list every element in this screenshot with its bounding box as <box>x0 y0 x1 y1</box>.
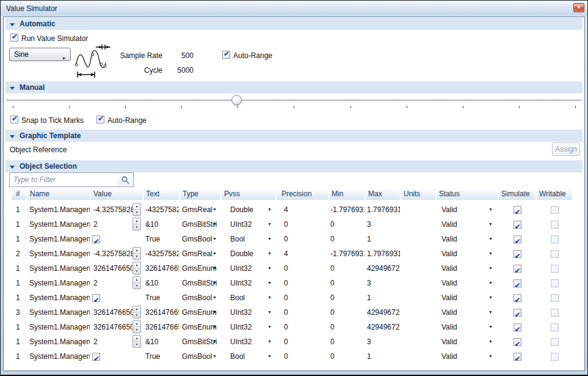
column-header-value[interactable]: Value <box>91 188 142 200</box>
cell-type-combobox[interactable]: GmsBitStri▼ <box>180 334 220 349</box>
column-header-writable[interactable]: Writable <box>537 188 572 200</box>
spinner-up-icon[interactable]: ▲ <box>133 248 140 254</box>
cell-pvss-combobox[interactable]: Bool▼ <box>222 232 275 246</box>
cell-value[interactable]: 2▲▼ <box>91 334 142 349</box>
simulate-checkbox[interactable] <box>514 309 521 317</box>
simulate-checkbox[interactable] <box>514 250 521 258</box>
cell-value[interactable] <box>91 290 142 305</box>
cell-value[interactable] <box>91 232 142 246</box>
simulate-checkbox[interactable] <box>514 338 521 346</box>
cell-type-combobox[interactable]: GmsEnum▼ <box>180 320 220 334</box>
cell-pvss-combobox[interactable]: UInt32▼ <box>222 261 275 276</box>
cell-status-combobox[interactable]: Valid▼ <box>437 217 498 232</box>
search-button[interactable] <box>117 172 134 187</box>
cell-pvss-combobox[interactable]: UInt32▼ <box>222 305 275 320</box>
section-header-graphic-template[interactable]: Graphic Template <box>5 130 583 142</box>
slider-thumb[interactable] <box>231 95 242 105</box>
titlebar[interactable]: Value Simulator <box>1 1 587 16</box>
cell-type-combobox[interactable]: GmsReal▼ <box>180 246 220 261</box>
value-checkbox[interactable] <box>92 235 100 243</box>
writable-checkbox[interactable] <box>551 250 559 258</box>
assign-button[interactable]: Assign <box>552 142 580 156</box>
section-header-manual[interactable]: Manual <box>5 81 583 94</box>
cell-value[interactable]: -4.32575828▲▼ <box>91 246 142 261</box>
section-header-automatic[interactable]: Automatic <box>5 18 583 30</box>
cell-pvss-combobox[interactable]: UInt32▼ <box>222 276 275 290</box>
cell-status-combobox[interactable]: Valid▼ <box>437 232 498 246</box>
cell-pvss-combobox[interactable]: Double▼ <box>222 202 275 217</box>
value-checkbox[interactable] <box>92 294 100 302</box>
spinner-down-icon[interactable]: ▼ <box>133 342 140 347</box>
cell-pvss-combobox[interactable]: Bool▼ <box>222 349 275 364</box>
simulate-checkbox[interactable] <box>514 279 521 287</box>
cell-type-combobox[interactable]: GmsBool▼ <box>180 290 220 305</box>
writable-checkbox[interactable] <box>551 235 559 243</box>
column-header-num[interactable]: # <box>12 188 26 200</box>
spinner-up-icon[interactable]: ▲ <box>133 204 140 210</box>
table-row[interactable]: 1System1.Managen2▲▼&10GmsBitStri▼UInt32▼… <box>12 334 572 349</box>
slider-track[interactable] <box>6 100 582 101</box>
spinner-down-icon[interactable]: ▼ <box>133 283 140 289</box>
auto-range-checkbox-manual[interactable] <box>96 116 104 123</box>
spinner-up-icon[interactable]: ▲ <box>133 321 140 327</box>
run-simulator-checkbox[interactable] <box>10 34 18 42</box>
auto-range-checkbox-automatic[interactable] <box>222 51 230 59</box>
column-header-status[interactable]: Status <box>437 188 498 200</box>
column-header-simulate[interactable]: Simulate <box>499 188 535 200</box>
cell-value[interactable]: 2▲▼ <box>91 276 142 290</box>
cell-status-combobox[interactable]: Valid▼ <box>437 290 498 305</box>
cell-pvss-combobox[interactable]: UInt32▼ <box>222 217 275 232</box>
snap-to-ticks-checkbox[interactable] <box>10 116 18 123</box>
column-header-max[interactable]: Max <box>366 188 400 200</box>
cell-status-combobox[interactable]: Valid▼ <box>437 276 498 290</box>
value-spinner[interactable]: ▲▼ <box>132 247 141 260</box>
spinner-down-icon[interactable]: ▼ <box>133 210 140 215</box>
cell-value[interactable]: 2▲▼ <box>91 217 142 232</box>
cell-type-combobox[interactable]: GmsBool▼ <box>180 232 220 246</box>
table-row[interactable]: 3System1.Managen3261476650▲▼326147665Gms… <box>12 305 572 320</box>
cell-type-combobox[interactable]: GmsBitStri▼ <box>180 276 220 290</box>
value-spinner[interactable]: ▲▼ <box>132 218 141 230</box>
cell-status-combobox[interactable]: Valid▼ <box>437 320 498 334</box>
cell-type-combobox[interactable]: GmsEnum▼ <box>180 261 220 276</box>
value-spinner[interactable]: ▲▼ <box>132 276 141 289</box>
value-spinner[interactable]: ▲▼ <box>132 320 141 333</box>
cell-value[interactable]: 3261476650▲▼ <box>91 320 142 334</box>
table-row[interactable]: 1System1.ManagenTrueGmsBool▼Bool▼001Vali… <box>12 290 572 305</box>
value-spinner[interactable]: ▲▼ <box>132 203 141 216</box>
table-row[interactable]: 1System1.ManagenTrueGmsBool▼Bool▼001Vali… <box>12 232 572 246</box>
writable-checkbox[interactable] <box>551 353 559 361</box>
simulate-checkbox[interactable] <box>514 323 521 331</box>
writable-checkbox[interactable] <box>551 265 559 273</box>
cell-status-combobox[interactable]: Valid▼ <box>437 246 498 261</box>
column-header-type[interactable]: Type <box>180 188 220 200</box>
cell-status-combobox[interactable]: Valid▼ <box>437 202 498 217</box>
table-row[interactable]: 2System1.Managen-4.32575828▲▼-43257582Gm… <box>12 246 572 261</box>
filter-input[interactable] <box>9 172 118 187</box>
cell-status-combobox[interactable]: Valid▼ <box>437 305 498 320</box>
value-spinner[interactable]: ▲▼ <box>132 335 141 348</box>
value-checkbox[interactable] <box>92 353 100 361</box>
cell-type-combobox[interactable]: GmsEnum▼ <box>180 305 220 320</box>
cell-value[interactable]: 3261476650▲▼ <box>91 305 142 320</box>
cell-pvss-combobox[interactable]: Bool▼ <box>222 290 275 305</box>
value-spinner[interactable]: ▲▼ <box>132 306 141 319</box>
writable-checkbox[interactable] <box>551 323 559 331</box>
cell-pvss-combobox[interactable]: UInt32▼ <box>222 320 275 334</box>
table-row[interactable]: 1System1.Managen2▲▼&10GmsBitStri▼UInt32▼… <box>12 217 572 232</box>
spinner-up-icon[interactable]: ▲ <box>133 218 140 224</box>
section-header-object-selection[interactable]: Object Selection <box>5 160 583 172</box>
column-header-name[interactable]: Name <box>27 188 90 200</box>
cell-value[interactable] <box>91 349 142 364</box>
simulate-checkbox[interactable] <box>514 265 521 273</box>
cell-type-combobox[interactable]: GmsBitStri▼ <box>180 217 220 232</box>
writable-checkbox[interactable] <box>551 294 559 302</box>
manual-slider[interactable] <box>6 95 582 106</box>
simulate-checkbox[interactable] <box>514 235 521 243</box>
simulate-checkbox[interactable] <box>514 353 521 361</box>
spinner-up-icon[interactable]: ▲ <box>133 277 140 283</box>
column-header-text[interactable]: Text <box>143 188 179 200</box>
cell-value[interactable]: 3261476650▲▼ <box>91 261 142 276</box>
spinner-down-icon[interactable]: ▼ <box>133 268 140 274</box>
cell-status-combobox[interactable]: Valid▼ <box>437 261 498 276</box>
